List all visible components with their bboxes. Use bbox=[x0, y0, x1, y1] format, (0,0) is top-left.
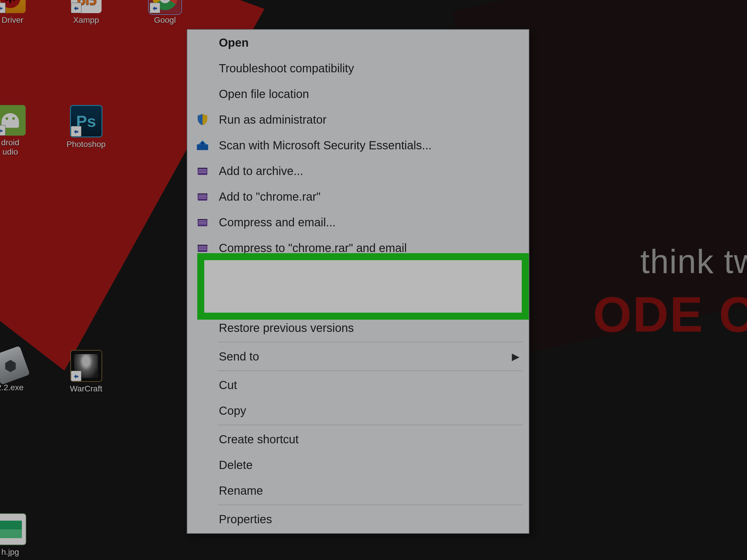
svg-rect-1 bbox=[201, 142, 204, 144]
shortcut-overlay-icon bbox=[71, 371, 81, 381]
shortcut-overlay-icon bbox=[71, 126, 81, 136]
highlight-fill bbox=[204, 260, 522, 313]
desktop-icon-exe[interactable]: ⬢ 2.2.exe bbox=[0, 350, 41, 392]
wallpaper-text-2: ODE O bbox=[593, 286, 747, 343]
mse-icon bbox=[193, 139, 212, 152]
winrar-icon bbox=[193, 216, 212, 229]
menu-item-send-to[interactable]: Send to ▶ bbox=[187, 344, 529, 369]
winrar-icon bbox=[193, 164, 212, 177]
wallpaper-text-1: think tw bbox=[640, 242, 747, 281]
menu-item-copy[interactable]: Copy bbox=[187, 398, 529, 424]
menu-separator bbox=[218, 342, 523, 342]
winrar-icon bbox=[193, 241, 212, 254]
menu-item-delete[interactable]: Delete bbox=[187, 452, 529, 478]
menu-separator bbox=[218, 505, 523, 505]
menu-item-restore-previous-versions[interactable]: Restore previous versions bbox=[187, 315, 529, 341]
desktop-icon-label: Googl bbox=[134, 16, 196, 25]
desktop-icon-label: droidudio bbox=[0, 138, 41, 157]
menu-item-open[interactable]: Open bbox=[187, 30, 529, 55]
shortcut-overlay-icon bbox=[71, 3, 81, 13]
desktop-icon-label: Xampp bbox=[55, 16, 117, 25]
menu-item-run-as-administrator[interactable]: Run as administrator bbox=[187, 107, 529, 132]
desktop-icon-android-studio[interactable]: droidudio bbox=[0, 105, 41, 157]
menu-item-add-to-archive[interactable]: Add to archive... bbox=[187, 158, 529, 184]
shortcut-overlay-icon bbox=[0, 125, 5, 136]
menu-item-properties[interactable]: Properties bbox=[187, 506, 529, 532]
desktop-icon-driver[interactable]: ✶ t Driver bbox=[0, 0, 41, 25]
menu-separator bbox=[218, 313, 523, 314]
desktop-icon-label: WarCraft bbox=[55, 384, 117, 394]
winrar-icon bbox=[193, 190, 212, 203]
menu-item-cut[interactable]: Cut bbox=[187, 372, 529, 398]
menu-item-rename[interactable]: Rename bbox=[187, 478, 529, 503]
menu-separator bbox=[218, 425, 523, 425]
menu-item-add-to-chrome-rar[interactable]: Add to "chrome.rar" bbox=[187, 184, 529, 209]
menu-item-create-shortcut[interactable]: Create shortcut bbox=[187, 426, 529, 452]
desktop-icon-label: Photoshop bbox=[55, 140, 117, 149]
desktop-icon-label: 2.2.exe bbox=[0, 383, 41, 392]
desktop-icon-xampp[interactable]: ങ Xampp bbox=[55, 0, 117, 25]
desktop-icon-label: t Driver bbox=[0, 16, 41, 25]
shortcut-overlay-icon bbox=[150, 3, 160, 13]
menu-item-scan-mse[interactable]: Scan with Microsoft Security Essentials.… bbox=[187, 132, 529, 158]
desktop-icon-photoshop[interactable]: Ps Photoshop bbox=[55, 105, 117, 149]
desktop-icon-jpg[interactable]: h.jpg bbox=[0, 513, 41, 557]
menu-separator bbox=[218, 370, 523, 371]
shield-icon bbox=[193, 113, 212, 126]
svg-rect-0 bbox=[197, 144, 208, 150]
menu-item-compress-and-email[interactable]: Compress and email... bbox=[187, 209, 529, 235]
menu-item-open-file-location[interactable]: Open file location bbox=[187, 81, 529, 107]
desktop-icon-label: h.jpg bbox=[0, 548, 41, 557]
desktop-icon-chrome[interactable]: Googl bbox=[134, 0, 196, 25]
submenu-arrow-icon: ▶ bbox=[512, 351, 519, 362]
menu-item-troubleshoot-compatibility[interactable]: Troubleshoot compatibility bbox=[187, 55, 529, 81]
menu-item-compress-to-chrome-rar-email[interactable]: Compress to "chrome.rar" and email bbox=[187, 235, 529, 261]
desktop-icon-warcraft[interactable]: WarCraft bbox=[55, 350, 117, 394]
shortcut-overlay-icon bbox=[0, 3, 5, 13]
